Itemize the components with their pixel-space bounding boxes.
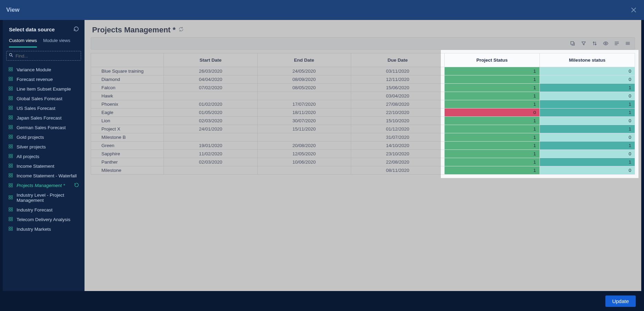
sidebar-item[interactable]: Global Sales Forecast [3,94,85,103]
date-cell[interactable] [257,133,351,142]
table-row[interactable]: Panther02/03/202010/06/202022/08/202011 [91,158,635,166]
column-header[interactable]: Due Date [351,53,444,67]
date-cell[interactable]: 10/06/2020 [257,158,351,166]
insert-icon[interactable] [569,40,576,47]
project-status-cell[interactable]: 0 [444,108,539,117]
sidebar-item[interactable]: Income Statement - Waterfall [3,171,85,180]
sidebar-item[interactable]: Gold projects [3,132,85,142]
date-cell[interactable] [164,166,257,175]
sidebar-item[interactable]: German Sales Forecast [3,123,85,132]
milestone-status-cell[interactable]: 0 [539,67,635,75]
sidebar-item[interactable]: US Sales Forecast [3,103,85,113]
date-cell[interactable] [164,133,257,142]
date-cell[interactable]: 12/05/2020 [257,150,351,158]
date-cell[interactable] [164,92,257,100]
table-row[interactable]: Phoenix01/02/202017/07/202027/08/202011 [91,100,635,108]
table-row[interactable]: Hawk03/04/202010 [91,92,635,100]
sidebar-item[interactable]: Industry Forecast [3,205,85,215]
project-status-cell[interactable]: 1 [444,158,539,166]
search-input[interactable] [16,53,79,59]
milestone-status-cell[interactable]: 0 [539,92,635,100]
date-cell[interactable]: 01/12/2020 [351,125,444,133]
project-status-cell[interactable]: 1 [444,117,539,125]
row-header[interactable]: Falcon [91,84,164,92]
date-cell[interactable]: 08/11/2020 [351,166,444,175]
table-row[interactable]: Diamond04/04/202008/09/202012/11/202010 [91,75,635,84]
show-hide-icon[interactable] [602,40,609,47]
milestone-status-cell[interactable]: 0 [539,75,635,84]
sync-icon[interactable] [178,27,184,33]
project-status-cell[interactable]: 1 [444,166,539,175]
filter-icon[interactable] [580,40,587,47]
date-cell[interactable]: 02/03/2020 [164,117,257,125]
row-header[interactable]: Blue Square training [91,67,164,75]
date-cell[interactable]: 15/10/2020 [351,117,444,125]
date-cell[interactable]: 15/11/2020 [257,125,351,133]
milestone-status-cell[interactable]: 0 [539,166,635,175]
table-row[interactable]: Falcon07/02/202008/05/202015/06/202011 [91,84,635,92]
date-cell[interactable]: 08/05/2020 [257,84,351,92]
table-row[interactable]: Blue Square training26/03/202024/05/2020… [91,67,635,75]
sort-icon[interactable] [591,40,598,47]
sidebar-item[interactable]: All projects [3,152,85,161]
revert-icon[interactable] [74,183,79,188]
refresh-icon[interactable] [73,26,80,32]
table-row[interactable]: Milestone08/11/202010 [91,166,635,175]
row-header[interactable]: Sapphire [91,150,164,158]
project-status-cell[interactable]: 1 [444,100,539,108]
sidebar-item[interactable]: Forecast revenue [3,74,85,84]
row-header[interactable]: Lion [91,117,164,125]
date-cell[interactable]: 27/08/2020 [351,100,444,108]
column-header[interactable]: End Date [257,53,351,67]
project-status-cell[interactable]: 1 [444,150,539,158]
tab-module-views[interactable]: Module views [43,36,70,48]
date-cell[interactable]: 26/03/2020 [164,67,257,75]
milestone-status-cell[interactable]: 0 [539,117,635,125]
table-row[interactable]: Sapphire11/02/202012/05/202023/10/202010 [91,150,635,158]
date-cell[interactable]: 15/06/2020 [351,84,444,92]
date-cell[interactable]: 03/11/2020 [351,67,444,75]
project-status-cell[interactable]: 1 [444,125,539,133]
date-cell[interactable]: 30/07/2020 [257,117,351,125]
sidebar-item[interactable]: Projects Management * [3,180,85,190]
milestone-status-cell[interactable]: 0 [539,150,635,158]
row-header[interactable]: Hawk [91,92,164,100]
row-header[interactable]: Milestone [91,166,164,175]
close-icon[interactable] [630,6,638,14]
milestone-status-cell[interactable]: 1 [539,108,635,117]
row-header[interactable]: Project X [91,125,164,133]
sidebar-item[interactable]: Industry Level - Project Management [3,190,85,205]
milestone-status-cell[interactable]: 1 [539,142,635,150]
table-row[interactable]: Project X24/01/202015/11/202001/12/20201… [91,125,635,133]
sidebar-item[interactable]: Income Statement [3,161,85,171]
date-cell[interactable]: 20/08/2020 [257,142,351,150]
table-row[interactable]: Lion02/03/202030/07/202015/10/202010 [91,117,635,125]
date-cell[interactable]: 12/11/2020 [351,75,444,84]
update-button[interactable]: Update [605,296,636,307]
date-cell[interactable]: 14/10/2020 [351,142,444,150]
tab-custom-views[interactable]: Custom views [9,36,37,48]
sidebar-item[interactable]: Silver projects [3,142,85,152]
sidebar-item[interactable]: Variance Module [3,65,85,74]
date-cell[interactable]: 19/01/2020 [164,142,257,150]
project-status-cell[interactable]: 1 [444,67,539,75]
column-header[interactable]: Milestone status [539,53,635,67]
row-header[interactable]: Milestone B [91,133,164,142]
date-cell[interactable] [257,166,351,175]
table-row[interactable]: Green19/01/202020/08/202014/10/202011 [91,142,635,150]
date-cell[interactable]: 22/10/2020 [351,108,444,117]
data-grid[interactable]: Start DateEnd DateDue DateProject Status… [91,53,635,175]
date-cell[interactable]: 23/10/2020 [351,150,444,158]
project-status-cell[interactable]: 1 [444,84,539,92]
milestone-status-cell[interactable]: 1 [539,158,635,166]
sidebar-item[interactable]: Japan Sales Forecast [3,113,85,123]
column-header[interactable]: Project Status [444,53,539,67]
project-status-cell[interactable]: 1 [444,92,539,100]
sidebar-item[interactable]: Line Item Subset Example [3,84,85,94]
row-header[interactable]: Eagle [91,108,164,117]
sidebar-item[interactable]: Telecom Delivery Analysis [3,215,85,224]
date-cell[interactable]: 08/09/2020 [257,75,351,84]
more-icon[interactable] [624,40,631,47]
date-cell[interactable]: 07/02/2020 [164,84,257,92]
date-cell[interactable]: 31/07/2020 [351,133,444,142]
